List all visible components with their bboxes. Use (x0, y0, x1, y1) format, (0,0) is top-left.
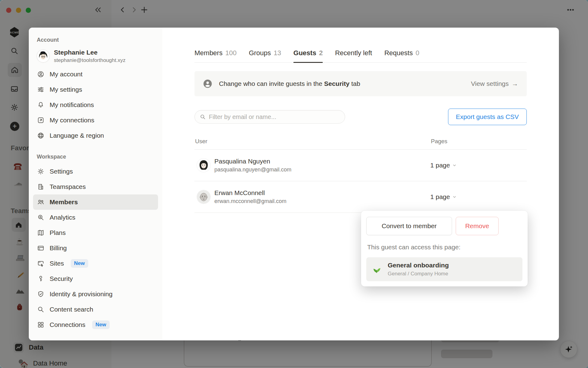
account-section-label: Account (33, 37, 158, 43)
shield-check-icon (37, 290, 45, 298)
guest-row[interactable]: Pasqualina Nguyenpasqualina.nguyen@gmail… (194, 150, 527, 181)
tab-members[interactable]: Members100 (194, 49, 236, 62)
account-user-item[interactable]: Stephanie Lee stephanie@toolsforthought.… (33, 47, 158, 67)
nav-item-label: Identity & provisioning (50, 290, 112, 298)
guest-row[interactable]: Erwan McConnellerwan.mcconnell@gmail.com… (194, 181, 527, 213)
workspace-items-list: SettingsTeamspacesMembersAnalyticsPlansB… (33, 164, 158, 332)
column-user: User (195, 138, 431, 145)
guest-rows: Pasqualina Nguyenpasqualina.nguyen@gmail… (194, 150, 527, 213)
tab-count: 100 (225, 49, 237, 57)
workspace-section-label: Workspace (33, 154, 158, 160)
settings-nav-item-analytics[interactable]: Analytics (33, 210, 158, 225)
settings-sidebar: Account Stephanie Lee stephanie@toolsfor… (29, 28, 162, 340)
map-icon (37, 229, 45, 237)
arrow-box-icon (37, 116, 45, 124)
settings-nav-item-members[interactable]: Members (33, 194, 158, 210)
tab-count: 0 (416, 49, 419, 57)
column-pages: Pages (431, 138, 527, 145)
tab-requests[interactable]: Requests0 (384, 49, 419, 62)
nav-item-label: Content search (50, 306, 93, 313)
filter-input-box[interactable] (194, 110, 345, 124)
remove-guest-button[interactable]: Remove (456, 217, 499, 235)
nav-item-label: Teamspaces (50, 183, 86, 190)
settings-nav-item-settings[interactable]: Settings (33, 164, 158, 179)
guest-pages-dropdown[interactable]: 1 page (430, 162, 527, 169)
sliders-icon (37, 86, 45, 94)
magnifier-icon (37, 305, 45, 313)
filter-input[interactable] (209, 113, 340, 121)
tab-guests[interactable]: Guests2 (293, 49, 323, 62)
nav-item-label: My account (50, 71, 82, 78)
nav-item-label: My connections (50, 117, 94, 124)
settings-nav-item-my-connections[interactable]: My connections (33, 113, 158, 128)
page-path: General / Company Home (388, 271, 449, 277)
guest-actions-popover: Convert to member Remove This guest can … (361, 211, 528, 286)
nav-item-label: Language & region (50, 132, 104, 139)
guests-table: User Pages Pasqualina Nguyenpasqualina.n… (194, 138, 527, 213)
gear-icon (37, 167, 45, 175)
account-items-list: My accountMy settingsMy notificationsMy … (33, 67, 158, 143)
nav-item-label: Settings (50, 168, 73, 175)
new-badge: New (92, 320, 110, 329)
app-window: ACME + Favorites Teamspaces (0, 0, 588, 368)
browser-cursor-icon (37, 259, 45, 267)
pages-value: 1 page (430, 193, 450, 201)
new-badge: New (71, 259, 88, 268)
settings-nav-item-my-notifications[interactable]: My notifications (33, 97, 158, 113)
filter-row: Export guests as CSV (194, 109, 527, 125)
chevron-down-icon (452, 163, 457, 167)
tab-count: 2 (319, 49, 323, 57)
table-header: User Pages (194, 138, 527, 150)
popover-caption: This guest can access this page: (366, 243, 522, 251)
settings-nav-item-my-account[interactable]: My account (33, 67, 158, 82)
bell-icon (37, 101, 45, 109)
tab-label: Requests (384, 49, 413, 57)
settings-nav-item-teamspaces[interactable]: Teamspaces (33, 179, 158, 194)
settings-nav-item-identity-provisioning[interactable]: Identity & provisioning (33, 286, 158, 302)
settings-nav-item-content-search[interactable]: Content search (33, 302, 158, 317)
tab-recently-left[interactable]: Recently left (335, 49, 372, 62)
settings-nav-item-security[interactable]: Security (33, 271, 158, 286)
guest-pages-dropdown[interactable]: 1 page (430, 193, 527, 201)
guest-user-cell: Erwan McConnellerwan.mcconnell@gmail.com (194, 189, 430, 205)
magnifier-plus-icon (37, 213, 45, 221)
settings-nav-item-plans[interactable]: Plans (33, 225, 158, 240)
settings-modal: Account Stephanie Lee stephanie@toolsfor… (29, 28, 559, 340)
building-icon (37, 183, 45, 191)
tab-groups[interactable]: Groups13 (249, 49, 281, 62)
accessible-page-item[interactable]: General onboarding General / Company Hom… (366, 257, 522, 281)
settings-nav-item-language-region[interactable]: Language & region (33, 128, 158, 143)
nav-item-label: Members (50, 198, 78, 206)
nav-item-label: My settings (50, 86, 82, 93)
grid-icon (37, 321, 45, 329)
guest-email: erwan.mcconnell@gmail.com (214, 198, 286, 205)
view-settings-link[interactable]: View settings → (471, 80, 518, 87)
user-email: stephanie@toolsforthought.xyz (54, 57, 126, 63)
nav-item-label: Security (50, 275, 73, 282)
arrow-right-icon: → (512, 80, 518, 87)
convert-to-member-button[interactable]: Convert to member (366, 217, 452, 235)
nav-item-label: Plans (50, 229, 66, 236)
settings-nav-item-billing[interactable]: Billing (33, 240, 158, 256)
key-icon (37, 275, 45, 283)
settings-nav-item-sites[interactable]: SitesNew (33, 256, 158, 271)
tab-count: 13 (274, 49, 281, 57)
settings-nav-item-connections[interactable]: ConnectionsNew (33, 317, 158, 332)
guest-name: Erwan McConnell (214, 189, 286, 197)
globe-icon (37, 132, 45, 140)
export-guests-csv-button[interactable]: Export guests as CSV (448, 109, 527, 125)
settings-nav-item-my-settings[interactable]: My settings (33, 82, 158, 97)
chevron-down-icon (452, 195, 457, 199)
avatar-pasqualina (197, 159, 210, 172)
tab-label: Recently left (335, 49, 372, 57)
tab-label: Guests (293, 49, 316, 57)
invite-settings-banner: Change who can invite guests in the Secu… (194, 71, 527, 96)
pages-value: 1 page (430, 162, 450, 169)
guest-email: pasqualina.nguyen@gmail.com (214, 167, 291, 173)
nav-item-label: My notifications (50, 101, 94, 109)
person-circle-icon (37, 70, 45, 78)
guest-name: Pasqualina Nguyen (214, 158, 291, 165)
screen: ACME + Favorites Teamspaces (0, 0, 588, 368)
invite-person-icon (203, 79, 212, 88)
people-icon (37, 198, 45, 206)
